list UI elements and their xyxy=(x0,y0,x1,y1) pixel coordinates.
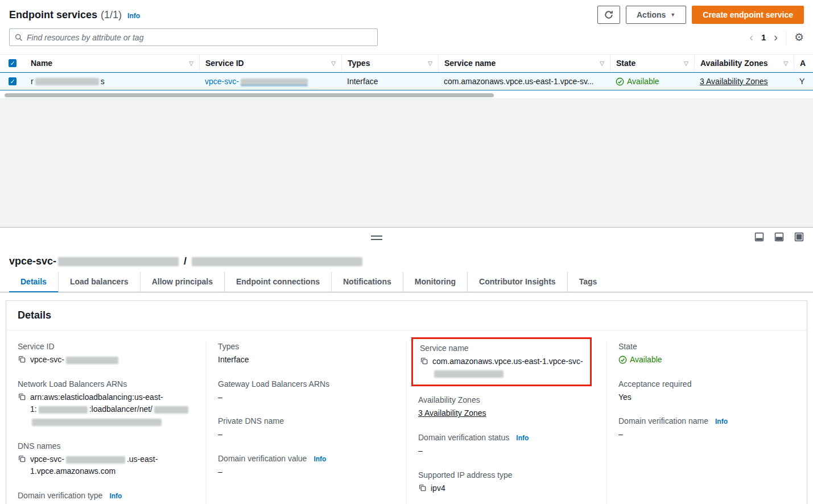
tab-monitoring[interactable]: Monitoring xyxy=(403,272,467,292)
dns-name-prefix: vpce-svc- xyxy=(30,455,64,464)
search-input[interactable] xyxy=(27,33,372,42)
filter-icon[interactable]: ▽ xyxy=(684,60,688,67)
column-label: Service ID xyxy=(205,59,244,68)
caret-down-icon: ▼ xyxy=(670,13,675,18)
app-root: Endpoint services (1/1) Info Actions ▼ C… xyxy=(0,0,813,504)
pagination: ‹ 1 › ⚙ xyxy=(749,31,804,44)
field-value-empty: – xyxy=(418,445,595,457)
details-column-3: Service name com.amazonaws.vpce.us-east-… xyxy=(406,342,606,504)
settings-gear-icon[interactable]: ⚙ xyxy=(794,31,804,44)
tab-contributor-insights[interactable]: Contributor Insights xyxy=(467,272,567,292)
row-service-name-cell: com.amazonaws.vpce.us-east-1.vpce-sv... xyxy=(438,73,610,90)
column-header-acceptance[interactable]: A xyxy=(794,55,813,72)
row-acceptance-cell: Y xyxy=(794,73,813,90)
availability-zones-link[interactable]: 3 Availability Zones xyxy=(418,407,486,420)
info-link[interactable]: Info xyxy=(127,12,140,20)
copy-icon[interactable] xyxy=(418,484,427,492)
field-acceptance-required: Acceptance required Yes xyxy=(618,379,795,404)
column-header-state[interactable]: State ▽ xyxy=(610,55,694,72)
column-header-availability-zones[interactable]: Availability Zones ▽ xyxy=(694,55,794,72)
row-types-cell: Interface xyxy=(341,73,438,90)
table-row[interactable]: ✓ r s vpce-svc- Interface com.amazonaws.… xyxy=(0,72,813,90)
column-header-service-name[interactable]: Service name ▽ xyxy=(438,55,610,72)
field-label: State xyxy=(618,342,795,351)
field-value-empty: – xyxy=(218,428,395,441)
panel-full-layout-icon[interactable] xyxy=(794,232,804,242)
panel-header: Endpoint services (1/1) Info Actions ▼ C… xyxy=(0,0,813,26)
page-title-count: (1/1) xyxy=(101,9,122,21)
redacted-text xyxy=(66,357,118,364)
tab-endpoint-connections[interactable]: Endpoint connections xyxy=(224,272,331,292)
actions-button[interactable]: Actions ▼ xyxy=(626,6,686,24)
service-name-line1: com.amazonaws.vpce.us-east-1.vpce-svc- xyxy=(432,357,583,366)
field-label: Domain verification status xyxy=(418,433,509,442)
field-value: Yes xyxy=(618,391,795,404)
info-link[interactable]: Info xyxy=(313,455,326,463)
pagination-prev-icon[interactable]: ‹ xyxy=(749,31,753,44)
copy-icon[interactable] xyxy=(18,393,26,401)
scrollbar-thumb[interactable] xyxy=(5,93,494,97)
details-column-4: State Available Acceptance required xyxy=(606,342,807,504)
filter-icon[interactable]: ▽ xyxy=(783,60,788,67)
tab-load-balancers[interactable]: Load balancers xyxy=(58,272,140,292)
pagination-current-page[interactable]: 1 xyxy=(761,32,766,42)
filter-icon[interactable]: ▽ xyxy=(428,60,432,67)
filter-icon[interactable]: ▽ xyxy=(331,60,336,67)
status-badge: Available xyxy=(618,354,662,366)
actions-button-label: Actions xyxy=(637,10,666,19)
detail-title-prefix: vpce-svc- xyxy=(9,255,56,267)
check-icon: ✓ xyxy=(10,78,15,85)
copy-icon[interactable] xyxy=(18,455,26,463)
panel-layout-controls xyxy=(754,232,804,242)
panel-drag-handle[interactable] xyxy=(371,236,382,240)
copy-icon[interactable] xyxy=(18,355,26,363)
state-label: Available xyxy=(627,77,659,86)
column-label: Name xyxy=(31,59,52,68)
tab-notifications[interactable]: Notifications xyxy=(331,272,403,292)
column-label: Availability Zones xyxy=(700,59,768,68)
service-id-link[interactable]: vpce-svc- xyxy=(205,77,309,86)
field-label: Service name xyxy=(420,344,583,353)
select-all-checkbox[interactable]: ✓ xyxy=(9,59,16,67)
filter-icon[interactable]: ▽ xyxy=(600,60,604,67)
availability-zones-link[interactable]: 3 Availability Zones xyxy=(700,77,768,86)
details-column-1: Service ID vpce-svc- Network Load Balanc… xyxy=(6,342,206,504)
tab-tags[interactable]: Tags xyxy=(567,272,609,292)
refresh-button[interactable] xyxy=(597,6,620,24)
search-box xyxy=(9,28,378,46)
filter-icon[interactable]: ▽ xyxy=(189,60,193,67)
panel-split-layout-icon[interactable] xyxy=(774,232,784,242)
tab-allow-principals[interactable]: Allow principals xyxy=(140,272,224,292)
column-header-name[interactable]: Name ▽ xyxy=(25,55,199,72)
nlb-arn-line2b: :loadbalancer/net/ xyxy=(89,404,152,414)
nlb-arn-line1: arn:aws:elasticloadbalancing:us-east- xyxy=(30,393,163,402)
info-link[interactable]: Info xyxy=(516,434,529,442)
tab-details[interactable]: Details xyxy=(9,272,58,292)
column-label: Types xyxy=(348,59,370,68)
redacted-text xyxy=(192,257,362,266)
copy-icon[interactable] xyxy=(420,357,428,365)
panel-bottom-layout-icon[interactable] xyxy=(754,232,764,242)
row-checkbox[interactable]: ✓ xyxy=(9,77,16,85)
field-label: Service ID xyxy=(18,342,195,351)
field-label: Domain verification value xyxy=(218,454,307,463)
field-value-empty: – xyxy=(218,466,395,478)
info-link[interactable]: Info xyxy=(109,492,122,500)
info-link[interactable]: Info xyxy=(715,418,728,425)
column-header-service-id[interactable]: Service ID ▽ xyxy=(199,55,341,72)
detail-panel: vpce-svc- / Details Load balancers Allow… xyxy=(0,249,813,504)
pagination-next-icon[interactable]: › xyxy=(774,31,778,44)
field-state: State Available xyxy=(618,342,795,366)
header-actions: Actions ▼ Create endpoint service xyxy=(597,6,804,24)
column-label: A xyxy=(800,59,806,68)
redacted-text xyxy=(58,257,179,266)
row-availability-zones-cell: 3 Availability Zones xyxy=(694,73,794,90)
field-service-id: Service ID vpce-svc- xyxy=(18,342,195,366)
check-icon: ✓ xyxy=(10,60,15,67)
create-endpoint-service-button[interactable]: Create endpoint service xyxy=(692,6,804,24)
column-header-types[interactable]: Types ▽ xyxy=(341,55,438,72)
field-private-dns-name: Private DNS name – xyxy=(218,416,395,441)
title-group: Endpoint services (1/1) Info xyxy=(9,9,140,21)
horizontal-scrollbar[interactable] xyxy=(0,92,813,98)
field-dns-names: DNS names vpce-svc-.us-east- 1.vpce.amaz… xyxy=(18,441,195,478)
